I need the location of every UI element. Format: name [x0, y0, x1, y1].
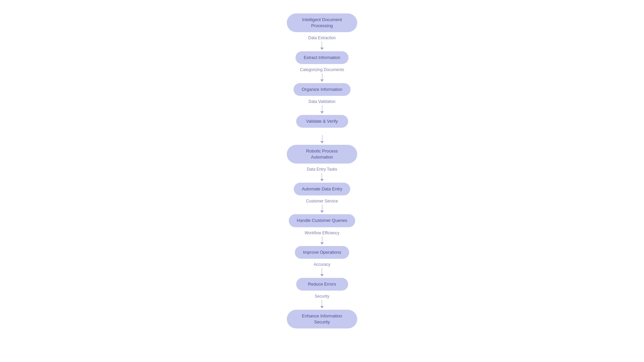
connector-5: Data Entry Tasks	[307, 164, 337, 183]
arrow-head	[320, 179, 324, 181]
connector-7: Workflow Efficiency	[305, 227, 339, 246]
connector-2: Categorizing Documents	[300, 64, 344, 83]
node-intelligent-document-processing[interactable]: Intelligent Document Processing	[287, 13, 357, 32]
node-automate-data-entry[interactable]: Automate Data Entry	[294, 183, 351, 195]
connector-4	[320, 128, 324, 145]
node-validate-verify[interactable]: Validate & Verify	[296, 115, 348, 128]
node-enhance-information-security[interactable]: Enhance Information Security	[287, 310, 357, 328]
arrow-head	[320, 111, 324, 114]
label-accuracy: Accuracy	[314, 262, 330, 267]
label-data-extraction: Data Extraction	[308, 36, 336, 41]
arrow-head	[320, 79, 324, 82]
arrow-line	[322, 204, 322, 210]
connector-6: Customer Service	[306, 195, 338, 215]
label-data-entry-tasks: Data Entry Tasks	[307, 167, 337, 172]
node-organize-information[interactable]: Organize Information	[293, 83, 350, 96]
arrow-line	[322, 135, 322, 141]
arrow-head	[320, 210, 324, 213]
arrow-head	[320, 274, 324, 277]
connector-1: Data Extraction	[308, 32, 336, 51]
node-extract-information[interactable]: Extract Information	[296, 51, 348, 64]
arrow-line	[322, 236, 322, 242]
arrow-line	[322, 42, 322, 48]
label-security: Security	[315, 294, 329, 299]
arrow-line	[322, 268, 322, 274]
node-handle-customer-queries[interactable]: Handle Customer Queries	[289, 214, 355, 227]
arrow-line	[322, 173, 322, 179]
label-customer-service: Customer Service	[306, 199, 338, 204]
node-improve-operations[interactable]: Improve Operations	[295, 246, 349, 259]
arrow-head	[320, 48, 324, 50]
label-categorizing-documents: Categorizing Documents	[300, 67, 344, 73]
node-reduce-errors[interactable]: Reduce Errors	[296, 278, 348, 291]
arrow-line	[322, 73, 322, 79]
arrow-head	[320, 306, 324, 308]
arrow-head	[320, 141, 324, 143]
arrow-line	[322, 105, 322, 111]
connector-8: Accuracy	[314, 259, 330, 278]
arrow-line	[322, 300, 322, 306]
label-workflow-efficiency: Workflow Efficiency	[305, 231, 339, 236]
connector-3: Data Validation	[309, 96, 336, 115]
flowchart: Intelligent Document Processing Data Ext…	[272, 7, 372, 335]
arrow-head	[320, 242, 324, 245]
label-data-validation: Data Validation	[309, 99, 336, 105]
node-robotic-process-automation[interactable]: Robotic Process Automation	[287, 145, 357, 164]
connector-9: Security	[315, 291, 329, 310]
